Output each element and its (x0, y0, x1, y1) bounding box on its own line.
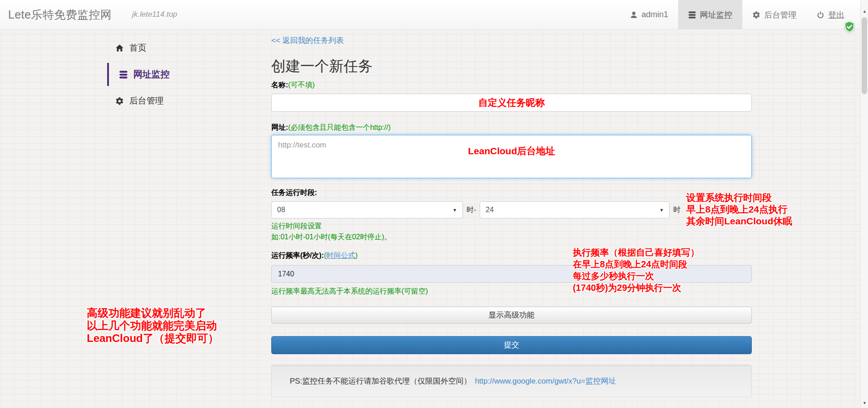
sidebar-item-url-monitor[interactable]: 网址监控 (107, 63, 252, 86)
task-name-input[interactable] (271, 94, 752, 112)
advanced-annotation-line: 以上几个功能就能完美启动 (87, 319, 219, 332)
ps-note-text: PS:监控任务不能运行请加谷歌代理（仅限国外空间） (290, 376, 471, 386)
gear-icon (115, 97, 124, 105)
period-start-value: 08 (277, 206, 453, 214)
period-select-row: 08 ▼ 时- 24 ▼ 时 (271, 201, 752, 218)
brand[interactable]: Lete乐特免费监控网 (8, 7, 112, 22)
task-url-textarea[interactable] (271, 135, 752, 178)
user-icon (630, 11, 638, 19)
name-field-label: 名称:(可不填) (271, 81, 752, 90)
page-title: 创建一个新任务 (271, 57, 752, 77)
main-content: << 返回我的任务列表 创建一个新任务 名称:(可不填) 自定义任务昵称 网址:… (271, 35, 752, 397)
nav-item-logout-label: 登出 (828, 9, 844, 20)
ps-google-proxy-link[interactable]: http://www.google.com/gwt/x?u=监控网址 (475, 376, 616, 386)
power-icon (816, 11, 825, 19)
period-field-label: 任务运行时段: (271, 188, 752, 198)
gear-icon (752, 11, 760, 19)
sidebar-item-admin-label: 后台管理 (129, 95, 164, 107)
sidebar-item-url-monitor-label: 网址监控 (133, 68, 170, 81)
sidebar-item-admin[interactable]: 后台管理 (107, 90, 252, 111)
url-label-hint: (必须包含且只能包含一个http://) (288, 123, 391, 131)
server-icon (119, 70, 128, 79)
shield-badge-icon[interactable] (844, 21, 855, 33)
time-formula-link[interactable]: 时间公式 (326, 251, 355, 259)
nav-item-admin[interactable]: 后台管理 (742, 0, 807, 29)
period-start-select[interactable]: 08 ▼ (271, 201, 463, 218)
frequency-label-text: 运行频率(秒/次): (271, 251, 324, 259)
sidebar-item-home-label: 首页 (129, 42, 146, 54)
url-label-text: 网址: (271, 123, 288, 131)
scroll-down-icon[interactable]: ▼ (861, 401, 868, 405)
period-suffix-label: 时 (673, 205, 680, 215)
show-advanced-button[interactable]: 显示高级功能 (271, 307, 752, 324)
url-field-label: 网址:(必须包含且只能包含一个http://) (271, 123, 752, 133)
scrollbar-thumb[interactable] (862, 17, 867, 94)
period-end-value: 24 (486, 206, 659, 214)
home-icon (115, 44, 124, 52)
advanced-annotation-line: 高级功能建议就别乱动了 (87, 307, 219, 319)
period-helper-2: 如:01小时-01小时(每天在02时停止)。 (271, 232, 752, 243)
vertical-scrollbar[interactable]: ▲ ▼ (860, 0, 868, 408)
period-end-select[interactable]: 24 ▼ (480, 201, 670, 218)
submit-button[interactable]: 提交 (271, 336, 752, 354)
page: Lete乐特免费监控网 jk.lete114.top admin1 网址监控 后… (0, 0, 868, 408)
nav-user[interactable]: admin1 (620, 0, 678, 29)
sidebar-item-home[interactable]: 首页 (107, 38, 252, 58)
period-between-label: 时- (467, 205, 476, 215)
ps-note-panel: PS:监控任务不能运行请加谷歌代理（仅限国外空间） http://www.goo… (271, 365, 752, 397)
name-input-wrap: 自定义任务昵称 (271, 94, 752, 112)
scroll-up-icon[interactable]: ▲ (861, 9, 868, 14)
nav-item-url-monitor[interactable]: 网址监控 (678, 0, 742, 29)
chevron-down-icon: ▼ (659, 208, 664, 213)
frequency-helper: 运行频率最高无法高于本系统的运行频率(可留空) (271, 287, 752, 297)
name-label-hint: (可不填) (288, 81, 315, 89)
period-label-text: 任务运行时段: (271, 189, 317, 196)
nav-user-label: admin1 (642, 10, 668, 19)
sidebar: 首页 网址监控 后台管理 (107, 38, 252, 111)
url-input-wrap: LeanCloud后台地址 (271, 135, 752, 180)
back-to-task-list-link[interactable]: << 返回我的任务列表 (271, 35, 344, 45)
server-icon (688, 11, 696, 19)
top-navbar: Lete乐特免费监控网 jk.lete114.top admin1 网址监控 后… (0, 0, 868, 29)
period-helper-1: 运行时间段设置 (271, 222, 752, 232)
frequency-field-label: 运行频率(秒/次):(时间公式) (271, 251, 752, 261)
formula-paren-close: ) (355, 251, 358, 259)
chevron-down-icon: ▼ (453, 208, 457, 213)
brand-domain: jk.lete114.top (132, 10, 177, 19)
name-label-text: 名称: (271, 81, 288, 89)
navbar-right: admin1 网址监控 后台管理 登出 (620, 0, 854, 29)
advanced-annotation-line: LeanCloud了（提交即可） (87, 332, 219, 345)
nav-item-url-monitor-label: 网址监控 (700, 9, 732, 20)
nav-item-admin-label: 后台管理 (764, 9, 797, 20)
frequency-input[interactable] (271, 265, 752, 283)
advanced-annotation: 高级功能建议就别乱动了 以上几个功能就能完美启动 LeanCloud了（提交即可… (87, 307, 219, 345)
